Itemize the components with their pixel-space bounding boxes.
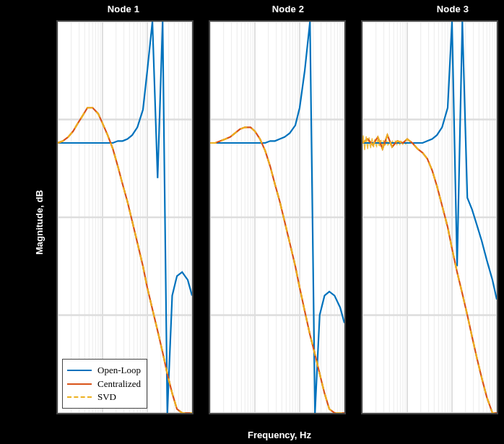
panel-node-1: Open-Loop Centralized SVD — [56, 20, 194, 414]
legend-swatch-svd — [67, 396, 92, 398]
title-node-3: Node 3 — [386, 4, 504, 14]
legend: Open-Loop Centralized SVD — [62, 359, 147, 409]
plot-svg — [58, 22, 192, 413]
series-centralized — [210, 127, 344, 413]
y-axis-label: Magnitude, dB — [35, 190, 44, 255]
grid-major-h — [210, 22, 344, 413]
panel-node-3 — [361, 20, 498, 414]
legend-label: Open-Loop — [97, 364, 141, 377]
legend-item-open: Open-Loop — [67, 364, 141, 377]
title-node-1: Node 1 — [56, 4, 191, 14]
series-svd — [362, 135, 497, 413]
series-svd — [210, 127, 344, 413]
plot-svg — [210, 22, 344, 413]
legend-item-centralized: Centralized — [67, 378, 141, 391]
figure: Node 1 Node 2 Node 3 Magnitude, dB Frequ… — [0, 0, 504, 444]
plot-svg — [362, 22, 497, 413]
x-axis-label: Frequency, Hz — [56, 430, 503, 440]
panel-node-2 — [209, 20, 346, 414]
legend-label: SVD — [97, 391, 116, 404]
series-centralized — [362, 135, 497, 413]
panel-row: Open-Loop Centralized SVD — [56, 20, 498, 414]
series-open-loop — [362, 22, 497, 300]
title-node-2: Node 2 — [221, 4, 355, 14]
legend-label: Centralized — [97, 378, 141, 391]
legend-swatch-open — [67, 370, 92, 371]
legend-item-svd: SVD — [67, 391, 141, 404]
grid-major-h — [58, 22, 192, 413]
panel-titles: Node 1 Node 2 Node 3 — [56, 4, 504, 14]
legend-swatch-centralized — [67, 383, 92, 385]
